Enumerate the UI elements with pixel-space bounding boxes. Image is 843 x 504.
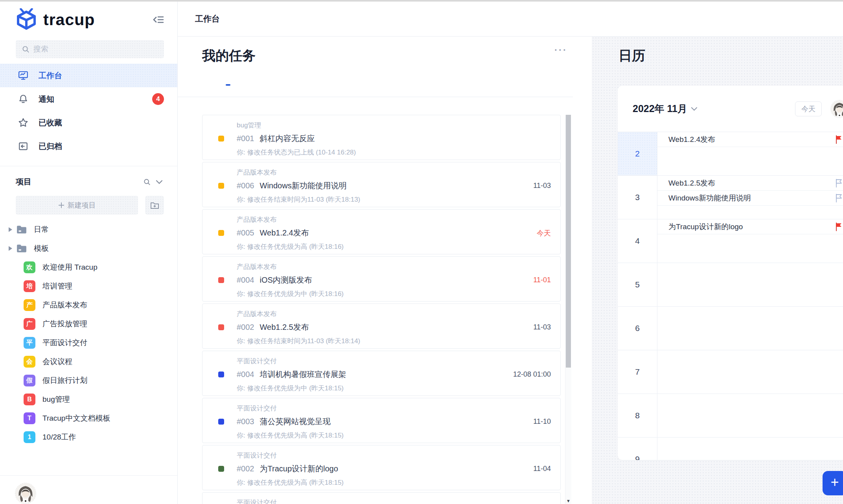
flag-icon	[834, 193, 843, 203]
sidebar-nav-item[interactable]: 通知 4	[0, 87, 177, 111]
calendar-event[interactable]: Windows新功能使用说明	[657, 191, 843, 206]
bell-icon	[18, 94, 28, 104]
add-folder-button[interactable]	[145, 196, 164, 215]
task-activity: 你: 修改任务优先级为中 (昨天18:15)	[218, 384, 551, 393]
task-title: Web1.2.5发布	[260, 322, 309, 333]
calendar-header: 2022年 11月 今天	[618, 86, 843, 132]
scrollbar-track[interactable]: ▼	[565, 115, 571, 504]
scroll-down-arrow[interactable]: ▼	[565, 498, 571, 503]
caret-icon[interactable]	[9, 227, 12, 232]
task-card[interactable]: 产品版本发布 #004 iOS内测版发布 11-01 你: 修改任务优先级为中 …	[202, 256, 561, 302]
sidebar-project-item[interactable]: T Tracup中文文档模板	[0, 409, 177, 428]
project-badge: 广	[24, 318, 35, 330]
search-placeholder: 搜索	[33, 44, 48, 54]
project-list: 日常 模板 欢 欢迎使用 Tracup 培 培训管理 产 产品版本发布 广 广告…	[0, 220, 177, 447]
day-cell[interactable]: 5	[618, 263, 657, 306]
sidebar-project-item[interactable]: 日常	[0, 220, 177, 239]
calendar-event[interactable]: Web1.2.5发布	[657, 176, 843, 191]
new-project-row: 新建项目	[16, 196, 164, 215]
sidebar-project-item[interactable]: 模板	[0, 239, 177, 258]
tab[interactable]	[226, 78, 230, 85]
sidebar-project-item[interactable]: 培 培训管理	[0, 277, 177, 296]
day-events: Web1.2.5发布 Windows新功能使用说明	[657, 176, 843, 219]
more-menu-icon[interactable]: ···	[552, 42, 570, 58]
task-title: 为Tracup设计新的logo	[260, 464, 338, 474]
today-button[interactable]: 今天	[795, 101, 822, 116]
task-id: #004	[237, 370, 254, 379]
sidebar-project-item[interactable]: 产 产品版本发布	[0, 296, 177, 315]
tab[interactable]	[249, 78, 254, 85]
sidebar-project-item[interactable]: 广 广告投放管理	[0, 315, 177, 333]
task-id: #002	[237, 464, 254, 473]
task-card[interactable]: bug管理 #001 斜杠内容无反应 你: 修改任务状态为已上线 (10-14 …	[202, 115, 561, 160]
task-activity: 你: 修改任务优先级为中 (昨天18:16)	[218, 289, 551, 298]
month-selector[interactable]: 2022年 11月	[633, 102, 697, 115]
task-card[interactable]: 平面设计交付	[202, 492, 561, 504]
day-events	[657, 307, 843, 350]
day-events	[657, 263, 843, 306]
task-card[interactable]: 平面设计交付 #003 蒲公英网站视觉呈现 11-10 你: 修改任务优先级为高…	[202, 398, 561, 443]
breadcrumb: 工作台	[195, 13, 220, 24]
calendar-user-avatar[interactable]	[830, 100, 843, 118]
sidebar-project-item[interactable]: 欢 欢迎使用 Tracup	[0, 258, 177, 277]
project-search-icon[interactable]	[144, 178, 151, 186]
project-badge: 1	[24, 431, 35, 443]
day-cell[interactable]: 4	[618, 219, 657, 263]
day-number: 8	[635, 411, 640, 420]
day-cell[interactable]: 2	[618, 132, 657, 175]
assignee-avatar	[817, 193, 827, 203]
calendar-row: 6	[618, 306, 843, 350]
task-activity: 你: 修改任务优先级为高 (昨天18:16)	[218, 242, 551, 251]
task-card[interactable]: 产品版本发布 #005 Web1.2.4发布 今天 你: 修改任务优先级为高 (…	[202, 209, 561, 254]
user-avatar[interactable]	[15, 483, 36, 504]
task-due-date: 今天	[537, 228, 551, 238]
sidebar-project-item[interactable]: 1 10/28工作	[0, 428, 177, 447]
task-title: 斜杠内容无反应	[260, 133, 315, 144]
task-card[interactable]: 平面设计交付 #002 为Tracup设计新的logo 11-04 你: 修改任…	[202, 445, 561, 490]
project-badge: 产	[24, 299, 35, 311]
caret-icon[interactable]	[9, 246, 12, 251]
sidebar-nav-item[interactable]: 已归档	[0, 134, 177, 158]
day-cell[interactable]: 3	[618, 176, 657, 219]
chevron-down-icon[interactable]	[156, 180, 162, 184]
day-cell[interactable]: 8	[618, 394, 657, 437]
add-task-fab[interactable]: +	[823, 471, 843, 495]
task-card[interactable]: 产品版本发布 #006 Windows新功能使用说明 11-03 你: 修改任务…	[202, 162, 561, 207]
task-card[interactable]: 产品版本发布 #002 Web1.2.5发布 11-03 你: 修改任务结束时间…	[202, 304, 561, 349]
task-id: #001	[237, 134, 254, 143]
folder-plus-icon	[150, 201, 159, 210]
sidebar-project-item[interactable]: 平 平面设计交付	[0, 333, 177, 352]
sidebar-nav-item[interactable]: 已收藏	[0, 111, 177, 134]
calendar-event[interactable]: Web1.2.4发布	[657, 132, 843, 147]
task-due-date: 11-03	[533, 182, 551, 190]
task-due-date: 11-01	[533, 276, 551, 284]
day-cell[interactable]: 9	[618, 438, 657, 460]
event-title: Windows新功能使用说明	[668, 193, 751, 203]
project-badge: B	[24, 394, 35, 405]
calendar-row: 2 Web1.2.4发布	[618, 132, 843, 175]
sidebar-nav-item[interactable]: 工作台	[0, 64, 177, 87]
new-project-button[interactable]: 新建项目	[16, 196, 138, 215]
search-input[interactable]: 搜索	[16, 40, 164, 58]
calendar-event[interactable]: 为Tracup设计新的logo	[657, 219, 843, 234]
main-wrap: 工作台 我的任务 ··· bug管理 #001 斜杠内容无反应 你: 修改任务状…	[178, 2, 843, 504]
task-activity: 你: 修改任务优先级为高 (昨天18:15)	[218, 478, 551, 487]
task-status-dot	[218, 466, 224, 472]
scrollbar-thumb[interactable]	[566, 115, 571, 368]
tab[interactable]	[202, 78, 207, 85]
task-id: #002	[237, 323, 254, 332]
sidebar-collapse-icon[interactable]	[151, 13, 166, 27]
day-cell[interactable]: 6	[618, 307, 657, 350]
day-number: 7	[635, 367, 640, 377]
flag-icon	[834, 178, 843, 188]
day-events: Web1.2.4发布	[657, 132, 843, 175]
sidebar-project-item[interactable]: 会 会议议程	[0, 352, 177, 371]
task-activity: 你: 修改任务状态为已上线 (10-14 16:28)	[218, 148, 551, 157]
sidebar-project-item[interactable]: 假 假日旅行计划	[0, 371, 177, 390]
calendar-card: 2022年 11月 今天 2 Web1.2.4发布	[618, 86, 843, 460]
day-events	[657, 350, 843, 394]
calendar-title: 日历	[618, 47, 645, 65]
sidebar-project-item[interactable]: B bug管理	[0, 390, 177, 409]
task-card[interactable]: 平面设计交付 #004 培训机构暑假班宣传展架 12-08 01:00 你: 修…	[202, 351, 561, 396]
day-cell[interactable]: 7	[618, 350, 657, 394]
